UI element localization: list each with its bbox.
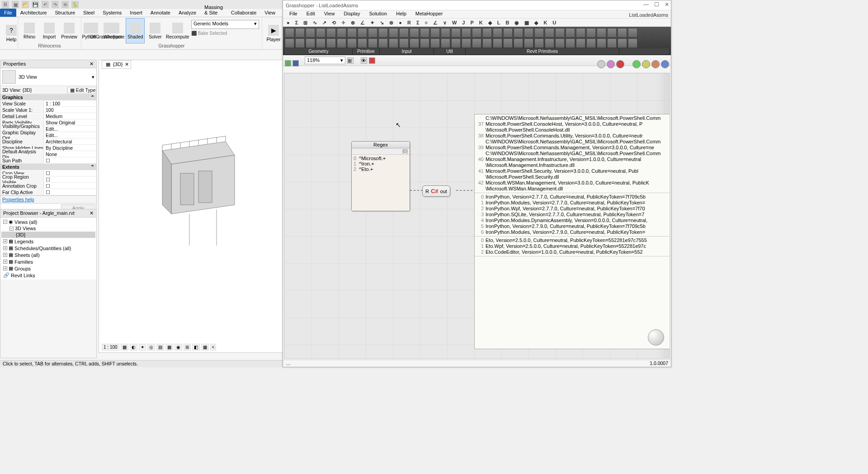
maximize-icon[interactable]: ☐ [654,1,659,8]
ribbon-tab-annotate[interactable]: Annotate [146,9,175,17]
category-tab[interactable]: ▦ [524,20,529,26]
category-tab[interactable]: ⊞ [303,20,307,26]
category-tab[interactable]: ◉ [514,20,519,26]
component-button[interactable] [586,28,596,38]
instance-selector[interactable]: 3D View: {3D} [0,87,67,93]
regex-panel[interactable]: Regex {0} 0^Microsoft.+1^Iron.+2^Eto.+ [351,141,410,211]
qat-icon[interactable]: ⟲ [61,1,69,8]
component-button[interactable] [628,38,637,48]
tree-item[interactable]: +▦Schedules/Quantities (all) [1,245,95,251]
component-button[interactable] [337,38,346,48]
qat-icon[interactable]: ↶ [42,1,49,8]
wireframe-button[interactable]: Wireframe [103,18,125,43]
prop-value[interactable]: Edit... [44,126,96,132]
component-button[interactable] [493,28,502,38]
component-button[interactable] [566,28,575,38]
category-tab[interactable]: ⟲ [332,20,336,26]
component-button[interactable] [389,38,398,48]
component-button[interactable] [545,38,554,48]
tree-item[interactable]: +▦Groups [1,265,95,272]
gh-doc-label[interactable]: ListLoadedAssms [629,12,668,18]
component-button[interactable] [306,38,315,48]
display-icon[interactable] [632,60,641,68]
graphics-section[interactable]: Graphics [2,95,23,100]
prop-value[interactable]: 100 [44,107,96,113]
tree-item[interactable]: +▦Legends [1,238,95,245]
component-button[interactable] [576,38,585,48]
component-button[interactable] [545,28,554,38]
open-icon[interactable] [285,60,291,66]
nav-compass[interactable] [648,329,664,346]
component-button[interactable] [347,28,357,38]
component-button[interactable] [618,28,627,38]
component-button[interactable] [441,38,450,48]
save-icon[interactable] [292,60,299,66]
component-button[interactable] [534,38,544,48]
category-tab[interactable]: Σ [416,20,420,25]
prop-value[interactable]: ☐ [44,171,96,176]
qat-icon[interactable]: ↷ [52,1,59,8]
vc-icon[interactable]: ◐ [130,344,137,351]
ribbon-tab-steel[interactable]: Steel [79,9,99,17]
prop-value[interactable]: ☐ [44,183,96,189]
component-button[interactable] [410,28,419,38]
recompute-button[interactable]: Recompute [165,18,189,43]
component-button[interactable] [316,28,326,38]
component-button[interactable] [420,38,429,48]
component-button[interactable] [514,38,523,48]
display-icon[interactable] [616,60,624,68]
vc-icon[interactable]: ▤ [156,344,164,351]
prop-value[interactable]: Medium [44,114,96,119]
prop-value[interactable]: ☐ [44,190,96,195]
category-tab[interactable]: J [462,20,465,25]
display-icon[interactable] [607,60,615,68]
vc-icon[interactable]: ◧ [192,344,200,351]
category-tab[interactable]: ◆ [534,20,538,26]
category-tab[interactable]: ⊗ [389,20,393,26]
close-icon[interactable]: ✕ [90,61,94,67]
category-tab[interactable]: L [497,20,500,25]
vc-icon[interactable]: ▦ [201,344,209,351]
qat-icon[interactable]: 💾 [32,1,39,8]
ribbon-tab-view[interactable]: View [260,9,279,17]
prop-value[interactable]: ☐ [44,177,96,182]
category-tab[interactable]: ≡ [425,20,427,25]
category-tab[interactable]: R [407,20,411,25]
category-tab[interactable]: ● [399,20,402,25]
prop-value[interactable]: By Discipline [44,145,96,151]
component-button[interactable] [451,28,461,38]
component-button[interactable] [472,38,481,48]
player-button[interactable]: ▶Player [264,18,283,48]
component-button[interactable] [358,38,367,48]
component-button[interactable] [462,28,471,38]
close-icon[interactable]: ✕ [125,62,129,67]
expand-icon[interactable]: + [3,260,7,264]
component-button[interactable] [482,28,492,38]
component-button[interactable] [368,28,377,38]
3d-viewport[interactable]: ▦{3D}✕ 1 : 100 ▦ ◐ ✦ [99,60,284,353]
component-button[interactable] [399,28,409,38]
category-tab[interactable]: ✦ [370,20,374,26]
category-tab[interactable]: B [505,20,509,25]
component-button[interactable] [285,28,294,38]
component-button[interactable] [493,38,502,48]
expand-icon[interactable]: + [3,239,7,243]
component-button[interactable] [378,38,388,48]
tree-item[interactable]: +▦Families [1,258,95,265]
component-button[interactable] [399,38,409,48]
prop-value[interactable]: ☐ [44,158,96,163]
component-button[interactable] [410,38,419,48]
menu-solution[interactable]: Solution [364,10,392,18]
menu-display[interactable]: Display [339,10,364,18]
qat-icon[interactable]: 📂 [22,1,29,8]
component-button[interactable] [566,38,575,48]
component-button[interactable] [597,28,606,38]
chevron-down-icon[interactable]: ▾ [92,74,94,80]
component-button[interactable] [430,38,440,48]
category-tab[interactable]: ↗ [322,20,326,26]
component-button[interactable] [482,38,492,48]
component-button[interactable] [618,38,627,48]
display-icon[interactable] [651,60,660,68]
menu-view[interactable]: View [320,10,340,18]
tree-item[interactable]: +▦Sheets (all) [1,251,95,258]
